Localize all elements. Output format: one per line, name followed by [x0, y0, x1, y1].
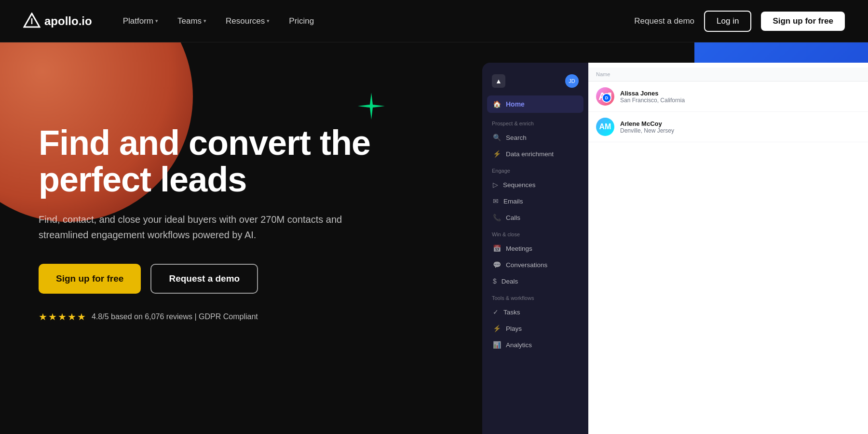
sparkle-icon [357, 92, 386, 122]
tasks-icon: ✓ [493, 308, 499, 316]
hero-rating: ★★★★★ 4.8/5 based on 6,076 reviews | GDP… [39, 311, 376, 323]
company-badge-dropbox: D [602, 93, 611, 103]
sidebar-logo-icon: ▲ [492, 74, 505, 88]
contact-row[interactable]: AJ D Alissa Jones San Francisco, Califor… [588, 81, 868, 112]
contact-location: San Francisco, California [620, 97, 868, 104]
logo-icon [23, 13, 41, 30]
app-panel: ▲ JD 🏠 Home Prospect & enrich 🔍 Search ⚡… [482, 63, 868, 434]
hero-demo-button[interactable]: Request a demo [150, 264, 258, 294]
nav-actions: Request a demo Log in Sign up for free [634, 11, 845, 32]
platform-chevron-icon: ▾ [155, 18, 158, 24]
sidebar-section-tools: Tools & workflows [482, 289, 588, 304]
search-icon: 🔍 [493, 134, 501, 141]
contact-location: Denville, New Jersey [620, 127, 868, 134]
sidebar-item-emails[interactable]: ✉ Emails [482, 193, 588, 209]
sidebar-item-analytics[interactable]: 📊 Analytics [482, 337, 588, 353]
enrichment-icon: ⚡ [493, 150, 501, 158]
deals-icon: $ [493, 277, 497, 285]
sidebar-item-enrichment[interactable]: ⚡ Data enrichment [482, 146, 588, 162]
sidebar-item-tasks[interactable]: ✓ Tasks [482, 304, 588, 320]
sidebar-section-engage: Engage [482, 162, 588, 176]
contact-name: Arlene McCoy [620, 120, 868, 127]
teams-chevron-icon: ▾ [203, 18, 206, 24]
sidebar-item-home[interactable]: 🏠 Home [487, 95, 583, 113]
rating-text: 4.8/5 based on 6,076 reviews | GDPR Comp… [92, 312, 258, 321]
contact-info-alissa: Alissa Jones San Francisco, California [620, 90, 868, 104]
avatar-arlene-image: AM [596, 118, 614, 136]
contact-avatar-arlene: AM [596, 118, 614, 136]
hero-subtitle: Find, contact, and close your ideal buye… [39, 212, 366, 243]
rating-stars: ★★★★★ [39, 311, 87, 323]
request-demo-link[interactable]: Request a demo [634, 16, 694, 26]
login-button[interactable]: Log in [704, 11, 751, 32]
sidebar-item-plays[interactable]: ⚡ Plays [482, 320, 588, 337]
contact-list-header: Name [588, 68, 868, 81]
contact-info-arlene: Arlene McCoy Denville, New Jersey [620, 120, 868, 134]
emails-icon: ✉ [493, 197, 499, 205]
sidebar-header: ▲ JD [482, 70, 588, 95]
home-icon: 🏠 [493, 100, 501, 108]
nav-platform[interactable]: Platform ▾ [115, 13, 166, 30]
sidebar-item-conversations[interactable]: 💬 Conversations [482, 257, 588, 273]
contact-name: Alissa Jones [620, 90, 868, 97]
sidebar-section-prospect: Prospect & enrich [482, 115, 588, 129]
sidebar-user-avatar: JD [565, 74, 579, 88]
nav-pricing[interactable]: Pricing [281, 13, 322, 30]
sidebar-section-winclose: Win & close [482, 226, 588, 240]
sidebar-item-sequences[interactable]: ▷ Sequences [482, 176, 588, 193]
logo[interactable]: apollo.io [23, 13, 92, 30]
contact-list: Name AJ D Alissa Jones San Francisco, Ca… [588, 63, 868, 434]
app-sidebar: ▲ JD 🏠 Home Prospect & enrich 🔍 Search ⚡… [482, 63, 588, 434]
sidebar-item-calls[interactable]: 📞 Calls [482, 209, 588, 226]
calls-icon: 📞 [493, 214, 501, 221]
hero-signup-button[interactable]: Sign up for free [39, 264, 141, 294]
nav-links: Platform ▾ Teams ▾ Resources ▾ Pricing [115, 13, 635, 30]
signup-button[interactable]: Sign up for free [761, 12, 845, 31]
resources-chevron-icon: ▾ [267, 18, 270, 24]
nav-teams[interactable]: Teams ▾ [170, 13, 214, 30]
hero-section: Find and convert the perfect leads Find,… [0, 42, 415, 434]
conversations-icon: 💬 [493, 261, 501, 269]
meetings-icon: 📅 [493, 244, 501, 252]
hero-title: Find and convert the perfect leads [39, 125, 376, 198]
sidebar-item-deals[interactable]: $ Deals [482, 273, 588, 289]
sidebar-item-search[interactable]: 🔍 Search [482, 129, 588, 146]
navbar: apollo.io Platform ▾ Teams ▾ Resources ▾… [0, 0, 868, 42]
hero-buttons: Sign up for free Request a demo [39, 264, 376, 294]
contact-avatar-alissa: AJ D [596, 87, 614, 106]
main-content: Name AJ D Alissa Jones San Francisco, Ca… [588, 63, 868, 434]
contact-row[interactable]: AM Arlene McCoy Denville, New Jersey [588, 112, 868, 142]
nav-resources[interactable]: Resources ▾ [218, 13, 277, 30]
sidebar-item-meetings[interactable]: 📅 Meetings [482, 240, 588, 257]
sequences-icon: ▷ [493, 181, 498, 189]
analytics-icon: 📊 [493, 341, 501, 349]
logo-text: apollo.io [44, 14, 92, 28]
plays-icon: ⚡ [493, 325, 501, 332]
